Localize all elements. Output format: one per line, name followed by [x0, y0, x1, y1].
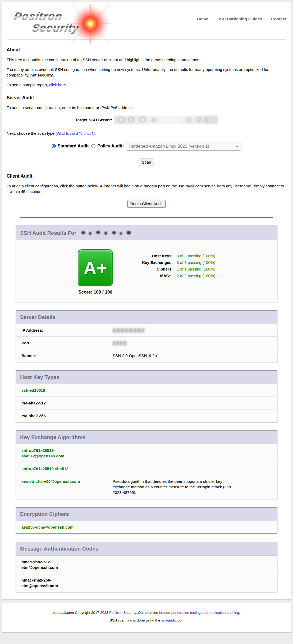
score-label: Score: 100 / 100 — [78, 290, 113, 295]
stat-label: MACs: — [132, 273, 173, 278]
header-divider — [7, 39, 286, 40]
mac-name: hmac-sha2-512- etm@openssh.com — [21, 559, 58, 570]
kex-row: sntrup761x25519-sha512 — [16, 462, 277, 475]
stat-label: Key Exchanges: — [132, 260, 173, 265]
results-divider — [20, 217, 273, 218]
macs-title: Message Authentication Codes — [16, 542, 277, 556]
standard-audit-radio[interactable] — [52, 144, 56, 148]
nav-ssh-hardening-guides[interactable]: SSH Hardening Guides — [217, 17, 262, 21]
footer-scanning-text: SSH scanning is done using the — [109, 618, 161, 622]
ssh-audit-tool-link[interactable]: ssh-audit tool — [161, 618, 182, 622]
kex-name: sntrup761x25519-sha512 — [21, 466, 113, 471]
server-audit-heading: Server Audit — [7, 95, 286, 101]
host-key-name: ssh-ed25519 — [21, 388, 45, 393]
grade-badge: A+ — [78, 249, 113, 286]
application-auditing-link[interactable]: application auditing — [209, 611, 239, 615]
scan-type-options: Standard AuditPolicy Audit:Hardened Amaz… — [7, 142, 286, 151]
client-audit-text: To audit a client configuration, click t… — [7, 184, 178, 188]
grade-column: A+ Score: 100 / 100 — [78, 249, 113, 295]
mac-row: hmac-sha2-512- etm@openssh.com — [16, 556, 277, 574]
scan-button[interactable]: Scan — [139, 159, 154, 166]
scan-type-difference-link[interactable]: What is the difference? — [57, 132, 93, 136]
cipher-row: aes256-gcm@openssh.com — [16, 521, 277, 533]
audit-results-panel: SSH Audit Results For A+ Score: 100 / 10… — [16, 226, 277, 302]
detail-value-redacted — [113, 340, 127, 346]
penetration-testing-link[interactable]: penetration testing — [171, 611, 201, 615]
cipher-name: aes256-gcm@openssh.com — [21, 524, 74, 530]
detail-value-redacted — [113, 327, 144, 333]
stat-label: Ciphers: — [132, 267, 173, 271]
stat-row-ciphers: Ciphers: 1 of 1 passing (100%) — [132, 267, 215, 271]
client-audit-heading: Client Audit — [7, 173, 286, 179]
policy-select[interactable]: Hardened Amazon Linux 2023 (version 1) — [126, 142, 241, 151]
policy-audit-radio[interactable] — [91, 144, 95, 148]
host-key-types-title: Host Key Types — [16, 371, 277, 384]
policy-select-value: Hardened Amazon Linux 2023 (version 1) — [129, 144, 209, 148]
main-card: Positron Security Home SSH Hardening Gui… — [2, 2, 291, 600]
audit-results-title-text: SSH Audit Results For — [20, 230, 76, 236]
about-heading: About — [7, 47, 286, 53]
stat-value: 1 of 1 passing (100%) — [177, 267, 215, 271]
footer-site: sshaudit.com — [53, 611, 74, 615]
results-panels: SSH Audit Results For A+ Score: 100 / 10… — [16, 226, 277, 592]
about-p2-bold: not security — [30, 73, 53, 77]
sample-report-link[interactable]: click here — [49, 83, 66, 87]
detail-label: Port: — [21, 340, 113, 346]
kex-note: Pseudo-algorithm that denotes the peer s… — [113, 479, 235, 495]
about-paragraph-2: Too many admins overlook SSH configurati… — [7, 67, 286, 78]
logo-text-line2: Security — [31, 22, 80, 34]
host-key-name: rsa-sha2-256 — [21, 413, 46, 418]
footer-services-end: . — [239, 611, 240, 615]
stat-row-macs: MACs: 2 of 2 passing (100%) — [132, 273, 215, 278]
stat-label: Host Keys: — [132, 254, 173, 258]
server-details-panel: Server Details IP Address: Port: Banner:… — [16, 310, 277, 362]
radio-dot — [53, 145, 55, 147]
kex-row: sntrup761x25519- sha512@openssh.com — [16, 444, 277, 462]
stat-value: 3 of 3 passing (100%) — [177, 254, 215, 258]
footer-services-mid: and — [201, 611, 209, 615]
header: Positron Security Home SSH Hardening Gui… — [7, 6, 286, 36]
host-key-name: rsa-sha2-512 — [21, 400, 46, 406]
key-exchange-title: Key Exchange Algorithms — [16, 431, 277, 444]
detail-row-banner: Banner: SSH-2.0-OpenSSH_9.2p1 — [16, 349, 277, 362]
scan-type-text: Next, choose the scan type ( — [7, 131, 57, 136]
positron-security-logo: Positron Security — [7, 6, 123, 36]
server-audit-intro: To audit a server configuration, enter i… — [7, 105, 286, 110]
positron-security-link[interactable]: Positron Security — [109, 611, 136, 615]
server-details-title: Server Details — [16, 311, 277, 324]
scan-type-line: Next, choose the scan type (What is the … — [7, 130, 286, 136]
begin-client-audit-button[interactable]: Begin Client Audit — [127, 200, 166, 208]
detail-row-port: Port: — [16, 337, 277, 349]
footer-line-1: sshaudit.com Copyright 2017-2023 Positro… — [5, 611, 288, 615]
scan-type-end: ): — [93, 131, 96, 136]
stat-value: 3 of 3 passing (100%) — [177, 260, 215, 265]
target-server-label: Target SSH Server: — [75, 118, 112, 122]
mac-row: hmac-sha2-256- etm@openssh.com — [16, 574, 277, 592]
stat-row-host-keys: Host Keys: 3 of 3 passing (100%) — [132, 254, 215, 258]
logo-text-line1: Positron — [13, 11, 63, 22]
target-server-row: Target SSH Server: — [7, 116, 286, 124]
kex-row: kex-strict-s-v00@openssh.com Pseudo-algo… — [16, 475, 277, 499]
footer-scanning-end: . — [182, 618, 184, 622]
host-key-row: rsa-sha2-512 — [16, 397, 277, 409]
stat-value: 2 of 2 passing (100%) — [177, 273, 215, 278]
detail-label: IP Address: — [21, 327, 113, 333]
audit-results-body: A+ Score: 100 / 100 Host Keys: 3 of 3 pa… — [16, 240, 277, 302]
about-paragraph-3: To see a sample report, click here. — [7, 82, 286, 88]
footer-copyright: Copyright 2017-2023 — [74, 611, 109, 615]
about-paragraph-1: This free tool audits the configuration … — [7, 57, 286, 62]
redacted-port — [113, 341, 127, 345]
target-server-input[interactable] — [114, 116, 218, 124]
kex-name: kex-strict-s-v00@openssh.com — [21, 479, 113, 495]
detail-row-ip: IP Address: — [16, 324, 277, 337]
stats-column: Host Keys: 3 of 3 passing (100%) Key Exc… — [132, 251, 215, 280]
about-p2-end: . — [53, 73, 54, 77]
stat-row-key-exchanges: Key Exchanges: 3 of 3 passing (100%) — [132, 260, 215, 265]
client-audit-domain: ssh-audit.com — [178, 184, 203, 188]
nav-contact[interactable]: Contact — [271, 17, 286, 21]
policy-audit-label: Policy Audit: — [97, 143, 124, 148]
nav-home[interactable]: Home — [197, 17, 208, 21]
begin-client-audit-row: Begin Client Audit — [7, 199, 286, 208]
footer-services-text: . Our services include — [136, 611, 171, 615]
about-p3-end: . — [66, 83, 67, 87]
